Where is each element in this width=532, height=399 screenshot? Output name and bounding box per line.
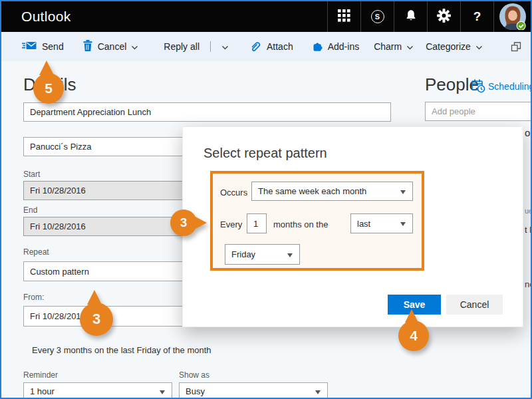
location-value: Panucci´s Pizza bbox=[30, 142, 91, 152]
unit-label: months on the bbox=[273, 219, 328, 229]
chevron-down-icon bbox=[287, 253, 293, 257]
repeat-field[interactable]: Custom pattern bbox=[23, 261, 209, 281]
chevron-down-icon bbox=[406, 41, 414, 52]
categorize-button[interactable]: Categorize bbox=[426, 41, 483, 52]
skype-button[interactable]: S bbox=[360, 1, 394, 32]
attach-button[interactable]: Attach bbox=[249, 39, 293, 55]
add-people-placeholder: Add people bbox=[432, 106, 475, 116]
callout-number: 5 bbox=[45, 80, 53, 96]
open-in-new-window-button[interactable] bbox=[510, 41, 522, 55]
repeat-pattern-dialog: Select repeat pattern Occurs The same we… bbox=[182, 126, 523, 327]
chevron-down-icon bbox=[160, 390, 165, 394]
top-nav-bar: Outlook S bbox=[1, 1, 531, 32]
occurs-select[interactable]: The same week each month bbox=[251, 182, 413, 201]
clipped-text: no bbox=[525, 279, 532, 289]
command-toolbar: Send Cancel Reply all bbox=[1, 32, 531, 61]
every-label: Every bbox=[220, 219, 242, 229]
end-label: End bbox=[23, 205, 37, 215]
charm-label: Charm bbox=[374, 41, 402, 52]
start-date-field[interactable]: Fri 10/28/2016 bbox=[23, 181, 209, 200]
dialog-title: Select repeat pattern bbox=[203, 146, 327, 161]
repeat-label: Repeat bbox=[23, 247, 49, 257]
reminder-label: Reminder bbox=[23, 370, 58, 380]
showas-label: Show as bbox=[179, 370, 209, 380]
notifications-button[interactable] bbox=[394, 1, 427, 32]
bell-icon bbox=[405, 9, 417, 24]
attach-label: Attach bbox=[267, 41, 293, 52]
addins-button[interactable]: Add-ins bbox=[311, 40, 359, 54]
gear-icon bbox=[437, 9, 451, 25]
grid-icon bbox=[338, 9, 350, 25]
end-date-value: Fri 10/28/2016 bbox=[30, 221, 86, 231]
categorize-label: Categorize bbox=[426, 41, 471, 52]
chevron-down-icon bbox=[131, 41, 138, 52]
clipped-text: ue bbox=[525, 207, 532, 215]
help-button[interactable]: ? bbox=[460, 1, 493, 32]
weekday-value: Friday bbox=[231, 249, 255, 259]
cancel-label: Cancel bbox=[98, 41, 127, 52]
trash-icon bbox=[82, 39, 93, 54]
save-label: Save bbox=[404, 299, 426, 310]
from-date-value: Fri 10/28/2016 bbox=[30, 311, 86, 321]
chevron-down-icon bbox=[400, 222, 406, 226]
reply-all-label: Reply all bbox=[164, 41, 200, 52]
step-callout-5: 5 bbox=[33, 73, 64, 104]
calendar-clock-icon bbox=[471, 78, 485, 96]
occurs-label: Occurs bbox=[220, 188, 247, 198]
settings-button[interactable] bbox=[427, 1, 460, 32]
step-callout-4: 4 bbox=[398, 321, 429, 351]
step-callout-3-from: 3 bbox=[80, 303, 113, 336]
interval-input[interactable]: 1 bbox=[247, 213, 267, 233]
subject-input[interactable]: Department Appreciation Lunch bbox=[23, 102, 391, 122]
repeat-value: Custom pattern bbox=[30, 267, 89, 277]
clipped-text: t l bbox=[525, 225, 531, 235]
scheduling-button[interactable]: Scheduling bbox=[488, 81, 532, 92]
callout-number: 4 bbox=[410, 328, 418, 344]
avatar bbox=[499, 3, 526, 30]
cancel-button[interactable]: Cancel bbox=[82, 39, 139, 54]
charm-button[interactable]: Charm bbox=[374, 41, 414, 52]
interval-value: 1 bbox=[253, 219, 258, 229]
divider bbox=[210, 41, 211, 52]
ordinal-select[interactable]: last bbox=[350, 213, 413, 233]
occurs-value: The same week each month bbox=[258, 186, 366, 196]
nav-icon-group: S bbox=[327, 1, 531, 32]
chevron-down-icon bbox=[400, 190, 406, 194]
showas-select[interactable]: Busy bbox=[179, 382, 328, 399]
send-button[interactable]: Send bbox=[21, 40, 64, 53]
add-people-input[interactable]: Add people bbox=[425, 102, 532, 121]
weekday-select[interactable]: Friday bbox=[225, 244, 300, 265]
dialog-cancel-button[interactable]: Cancel bbox=[446, 295, 503, 315]
callout-number: 3 bbox=[92, 311, 100, 328]
start-date-value: Fri 10/28/2016 bbox=[30, 186, 86, 196]
reminder-value: 1 hour bbox=[30, 386, 55, 396]
popout-icon bbox=[510, 41, 522, 53]
chevron-down-icon[interactable] bbox=[221, 41, 229, 52]
outlook-window: Outlook S bbox=[0, 0, 532, 399]
app-title[interactable]: Outlook bbox=[21, 1, 70, 32]
account-button[interactable] bbox=[493, 1, 531, 32]
help-icon: ? bbox=[473, 9, 481, 24]
reminder-select[interactable]: 1 hour bbox=[23, 382, 172, 399]
addins-label: Add-ins bbox=[328, 41, 359, 52]
dialog-cancel-label: Cancel bbox=[460, 299, 489, 310]
from-date-field[interactable]: Fri 10/28/2016 bbox=[23, 306, 209, 327]
start-label: Start bbox=[23, 170, 40, 179]
reply-all-button[interactable]: Reply all bbox=[164, 41, 229, 52]
step-callout-3-pattern: 3 bbox=[170, 209, 197, 236]
showas-value: Busy bbox=[186, 386, 205, 396]
skype-icon: S bbox=[371, 10, 384, 23]
paperclip-icon bbox=[249, 39, 262, 55]
chevron-down-icon bbox=[475, 41, 483, 52]
recurrence-summary: Every 3 months on the last Friday of the… bbox=[32, 345, 211, 355]
app-launcher-button[interactable] bbox=[327, 1, 360, 32]
send-icon bbox=[21, 40, 37, 53]
callout-number: 3 bbox=[180, 215, 188, 230]
clipped-text: ol bbox=[525, 127, 532, 138]
ordinal-value: last bbox=[357, 219, 370, 229]
subject-value: Department Appreciation Lunch bbox=[30, 107, 151, 117]
chevron-down-icon bbox=[315, 390, 321, 394]
send-label: Send bbox=[42, 41, 64, 52]
skype-glyph: S bbox=[375, 13, 380, 21]
addins-icon bbox=[311, 40, 323, 54]
